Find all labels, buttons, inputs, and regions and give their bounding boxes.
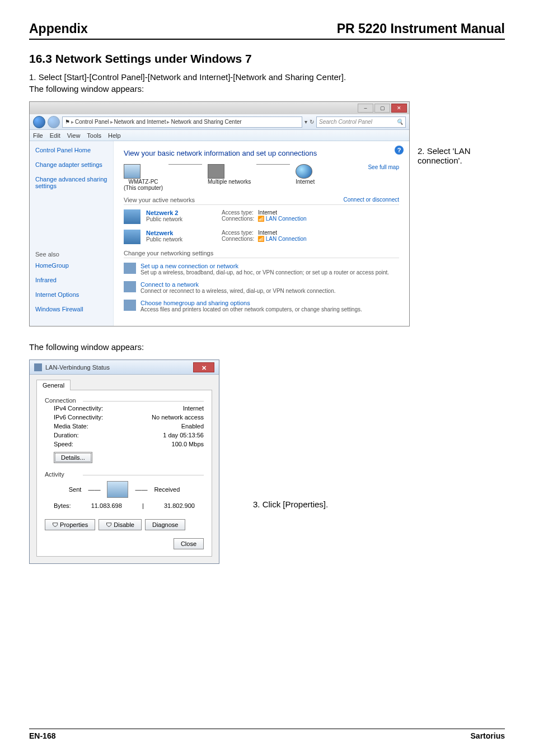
page-header: Appendix PR 5220 Instrument Manual: [29, 21, 505, 40]
connect-network-icon: [124, 281, 136, 292]
lan-connection-link-1[interactable]: LAN Connection: [266, 216, 307, 222]
activity-icon: [107, 481, 128, 498]
dialog-close-button[interactable]: ✕: [193, 362, 214, 372]
see-full-map-link[interactable]: See full map: [368, 164, 399, 170]
close-button[interactable]: ✕: [391, 104, 407, 113]
sidebar-adapter[interactable]: Change adapter settings: [35, 161, 107, 168]
screenshot-network-sharing-center: – ▢ ✕ ⚑ ▸ Control Panel ▸ Network and In…: [29, 101, 410, 326]
main-panel: ? View your basic network information an…: [114, 141, 409, 326]
maximize-button[interactable]: ▢: [374, 104, 390, 113]
network-block-1: Netzwerk 2 Public network Access type: I…: [124, 209, 399, 224]
menu-bar: File Edit View Tools Help: [30, 130, 409, 141]
change-item-homegroup[interactable]: Choose homegroup and sharing options Acc…: [124, 300, 399, 312]
intro-step: 1. Select [Start]-[Control Panel]-[Netwo…: [29, 72, 505, 82]
sidebar-infrared[interactable]: Infrared: [35, 277, 107, 283]
breadcrumb[interactable]: ⚑ ▸ Control Panel ▸ Network and Internet…: [62, 116, 302, 128]
diagnose-button[interactable]: Diagnose: [145, 519, 185, 530]
connection-group-title: Connection: [45, 397, 204, 404]
sidebar-windows-firewall[interactable]: Windows Firewall: [35, 306, 107, 312]
network2-icon: [124, 230, 140, 244]
menu-file[interactable]: File: [33, 132, 43, 139]
menu-view[interactable]: View: [67, 132, 81, 139]
breadcrumb-icon: ⚑: [65, 119, 70, 125]
header-left: Appendix: [29, 21, 88, 36]
minimize-button[interactable]: –: [358, 104, 373, 113]
screenshot-lan-status: LAN-Verbindung Status ✕ General Connecti…: [29, 360, 219, 564]
homegroup-icon: [124, 300, 136, 311]
details-button[interactable]: Details...: [54, 452, 92, 463]
main-heading: View your basic network information and …: [124, 149, 399, 157]
header-right: PR 5220 Instrument Manual: [337, 21, 505, 36]
breadcrumb-p1[interactable]: Control Panel: [75, 119, 109, 125]
internet-icon: [296, 164, 312, 179]
address-bar: ⚑ ▸ Control Panel ▸ Network and Internet…: [30, 114, 409, 130]
properties-button[interactable]: 🛡 Properties: [45, 519, 95, 530]
change-settings-title: Change your networking settings: [124, 250, 213, 256]
active-networks-title: View your active networks: [124, 197, 195, 203]
pc-icon: [124, 164, 140, 179]
search-input[interactable]: Search Control Panel 🔍: [316, 116, 406, 128]
network-icon: [208, 164, 224, 179]
tab-general[interactable]: General: [36, 380, 71, 390]
sidebar-homegroup[interactable]: HomeGroup: [35, 262, 107, 269]
section-title: 16.3 Network Settings under Windows 7: [29, 52, 505, 66]
breadcrumb-p3[interactable]: Network and Sharing Center: [171, 119, 241, 125]
lan-icon: [34, 363, 42, 371]
step-3-text: 3. Click [Properties].: [253, 360, 328, 509]
close-button[interactable]: Close: [174, 538, 204, 549]
sidebar-internet-options[interactable]: Internet Options: [35, 291, 107, 298]
menu-tools[interactable]: Tools: [87, 132, 101, 139]
network1-icon: [124, 209, 140, 224]
sidebar-advanced[interactable]: Change advanced sharing settings: [35, 176, 107, 189]
dialog-titlebar: LAN-Verbindung Status ✕: [30, 360, 219, 375]
sidebar-home[interactable]: Control Panel Home: [35, 147, 107, 153]
menu-edit[interactable]: Edit: [50, 132, 60, 139]
menu-help[interactable]: Help: [108, 132, 121, 139]
back-button[interactable]: [33, 116, 45, 128]
help-icon[interactable]: ?: [395, 146, 404, 155]
footer-left: EN-168: [29, 731, 55, 740]
search-icon: 🔍: [396, 119, 403, 125]
sidebar-seealso: See also: [35, 251, 107, 258]
new-connection-icon: [124, 263, 136, 274]
footer-right: Sartorius: [471, 731, 505, 740]
following-text-1: The following window appears:: [29, 84, 505, 94]
following-text-2: The following window appears:: [29, 342, 505, 352]
disable-button[interactable]: 🛡 Disable: [99, 519, 142, 530]
window-titlebar: – ▢ ✕: [30, 102, 409, 114]
change-item-new-connection[interactable]: Set up a new connection or network Set u…: [124, 263, 399, 276]
sidebar: Control Panel Home Change adapter settin…: [30, 141, 114, 326]
page-footer: EN-168 Sartorius: [29, 729, 505, 740]
connect-disconnect-link[interactable]: Connect or disconnect: [343, 197, 399, 203]
forward-button[interactable]: [48, 116, 60, 128]
dialog-title: LAN-Verbindung Status: [45, 364, 110, 371]
lan-connection-link-2[interactable]: LAN Connection: [266, 236, 307, 242]
activity-group-title: Activity: [45, 471, 204, 478]
change-item-connect[interactable]: Connect to a network Connect or reconnec…: [124, 281, 399, 294]
breadcrumb-p2[interactable]: Network and Internet: [114, 119, 166, 125]
network-block-2: Netzwerk Public network Access type: Int…: [124, 230, 399, 244]
step-2-text: 2. Select 'LAN connection'.: [418, 101, 505, 165]
